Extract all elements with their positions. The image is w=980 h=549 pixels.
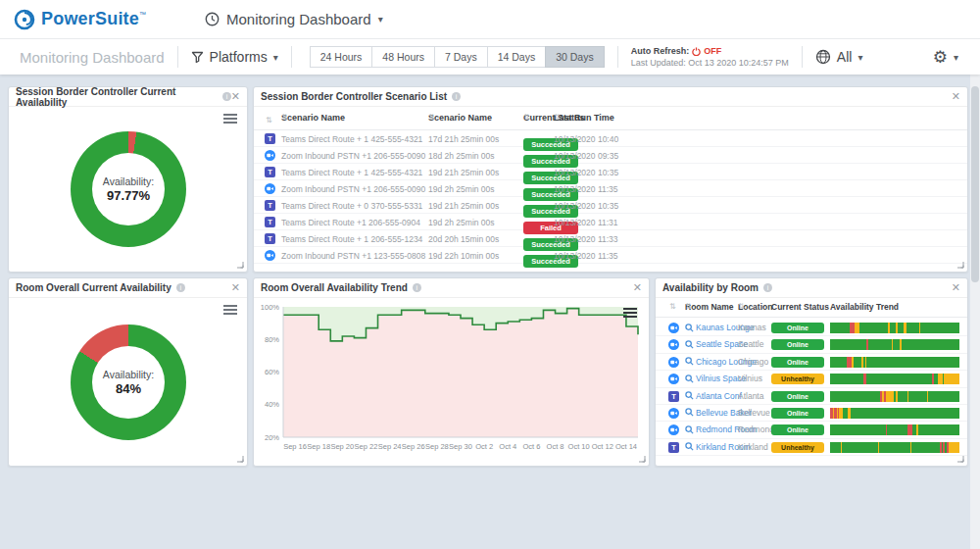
room-location: Vilnius xyxy=(738,374,762,383)
close-icon[interactable]: ✕ xyxy=(231,91,240,102)
search-icon xyxy=(685,442,694,451)
chart-menu-icon[interactable] xyxy=(223,305,237,317)
scenario-table-body: TTeams Direct Route + 1 425-555-432117d … xyxy=(254,130,967,264)
room-row[interactable]: Redmond RoomRedmondOnline xyxy=(656,422,967,438)
search-icon xyxy=(685,391,694,400)
scenario-row[interactable]: TTeams Direct Route + 1 206-555-123420d … xyxy=(254,230,967,247)
room-row[interactable]: TAtlanta ConfAtlantaOnline xyxy=(656,388,967,405)
info-icon[interactable]: i xyxy=(452,92,461,101)
scenario-row[interactable]: Zoom Inbound PSTN +1 206-555-009019d 2h … xyxy=(254,180,967,197)
scenario-row[interactable]: TTeams Direct Route + 1 425-555-432117d … xyxy=(254,130,967,147)
availability-trend-bar xyxy=(830,424,959,435)
close-icon[interactable]: ✕ xyxy=(952,91,960,102)
divider xyxy=(617,46,618,68)
resize-handle-icon[interactable] xyxy=(236,455,244,463)
panel-header[interactable]: Session Border Controller Current Availa… xyxy=(9,87,247,107)
panel-header[interactable]: Room Overall Current Availability i ✕ xyxy=(9,278,247,298)
panel-header[interactable]: Availability by Room i ✕ xyxy=(656,278,967,298)
range-button-14-days[interactable]: 14 Days xyxy=(487,46,547,68)
panel-header[interactable]: Session Border Controller Scenario List … xyxy=(254,87,967,107)
zoom-icon xyxy=(668,374,679,384)
range-button-48-hours[interactable]: 48 Hours xyxy=(371,46,435,68)
page-scrollbar[interactable] xyxy=(970,0,980,549)
room-row[interactable]: TKirkland RoomKirklandUnhealthy xyxy=(656,439,967,456)
availability-trend-bar xyxy=(830,391,959,402)
panel-header[interactable]: Room Overall Availability Trend i ✕ xyxy=(254,278,649,298)
svg-text:Oct 8: Oct 8 xyxy=(547,442,564,451)
close-icon[interactable]: ✕ xyxy=(231,282,240,293)
resize-handle-icon[interactable] xyxy=(236,261,244,269)
panel-title: Room Overall Availability Trend xyxy=(261,282,408,293)
room-location: Kaunas xyxy=(738,323,766,332)
power-icon[interactable] xyxy=(692,47,701,56)
scenario-runtime: 19d 21h 25min 00s xyxy=(428,168,499,177)
room-row[interactable]: Chicago LoungeChicagoOnline xyxy=(656,354,967,371)
availability-trend-bar xyxy=(830,374,959,384)
sort-icon[interactable]: ⇅ xyxy=(266,116,272,125)
range-button-24-hours[interactable]: 24 Hours xyxy=(310,46,373,68)
scenario-row[interactable]: Zoom Inbound PSTN +1 206-555-009018d 2h … xyxy=(254,147,967,164)
room-row[interactable]: Seattle SpaceSeattleOnline xyxy=(656,336,967,353)
nav-title-label: Monitoring Dashboard xyxy=(226,11,371,27)
donut-center: Availability: 84% xyxy=(92,346,165,419)
scenario-runtime: 19d 2h 25min 00s xyxy=(428,218,495,227)
donut-center-value: 84% xyxy=(116,381,141,396)
close-icon[interactable]: ✕ xyxy=(633,282,642,293)
resize-handle-icon[interactable] xyxy=(638,455,646,463)
filter-icon xyxy=(191,51,204,64)
room-row[interactable]: Kaunas LoungeKaunasOnline xyxy=(656,320,967,336)
powersuite-logo[interactable]: PowerSuite ™ xyxy=(14,9,146,30)
auto-refresh-state[interactable]: OFF xyxy=(704,45,721,57)
scenario-row[interactable]: Zoom Inbound PSTN +1 123-555-080819d 22h… xyxy=(254,247,967,264)
info-icon[interactable]: i xyxy=(413,283,421,292)
info-icon[interactable]: i xyxy=(222,92,231,101)
gear-icon: ⚙ xyxy=(933,47,948,68)
room-name-link[interactable]: Vilnius Space xyxy=(685,374,746,383)
scenario-name: Teams Direct Route + 0 370-555-5331 xyxy=(281,201,422,211)
dashboard-selector[interactable]: Monitoring Dashboard ▾ xyxy=(205,11,383,27)
info-icon[interactable]: i xyxy=(763,283,772,292)
zoom-icon xyxy=(265,150,275,161)
platforms-label: Platforms xyxy=(210,49,268,65)
search-icon xyxy=(685,324,694,332)
sort-icon[interactable]: ⇅ xyxy=(669,302,676,311)
scrollbar-thumb[interactable] xyxy=(971,86,979,282)
svg-text:60%: 60% xyxy=(265,368,279,376)
settings-dropdown[interactable]: ⚙ ▾ xyxy=(933,47,958,68)
availability-trend-bar xyxy=(830,408,959,419)
room-row[interactable]: Bellevue BakerBellevueOnline xyxy=(656,405,967,422)
donut-center: Availability: 97.77% xyxy=(92,153,165,225)
range-button-7-days[interactable]: 7 Days xyxy=(434,46,488,68)
scenario-row[interactable]: TTeams Direct Route + 0 370-555-533119d … xyxy=(254,197,967,214)
auto-refresh-label: Auto Refresh: xyxy=(631,45,690,57)
chart-menu-icon[interactable] xyxy=(223,114,237,125)
svg-text:T: T xyxy=(268,134,272,143)
scenario-name: Zoom Inbound PSTN +1 206-555-0090 xyxy=(281,184,425,194)
caret-down-icon: ▾ xyxy=(858,52,862,63)
room-name-link[interactable]: Atlanta Conf xyxy=(685,391,742,401)
time-range-group: 24 Hours 48 Hours 7 Days 14 Days 30 Days xyxy=(311,46,605,68)
panel-room-availability-trend: Room Overall Availability Trend i ✕ 100%… xyxy=(253,277,650,467)
search-icon xyxy=(685,340,694,349)
teams-icon: T xyxy=(265,167,275,177)
panel-sbc-scenario-list: Session Border Controller Scenario List … xyxy=(253,86,968,273)
svg-text:20%: 20% xyxy=(265,433,279,442)
zoom-icon xyxy=(265,183,275,194)
scope-dropdown[interactable]: All ▾ xyxy=(815,49,863,65)
resize-handle-icon[interactable] xyxy=(956,455,964,463)
caret-down-icon: ▾ xyxy=(378,14,383,25)
donut-center-label: Availability: xyxy=(103,175,154,187)
column-availability-trend: Availability Trend xyxy=(830,302,959,312)
resize-handle-icon[interactable] xyxy=(956,261,964,269)
info-icon[interactable]: i xyxy=(176,283,185,292)
close-icon[interactable]: ✕ xyxy=(952,282,960,293)
platforms-dropdown[interactable]: Platforms ▾ xyxy=(191,49,278,65)
breadcrumb: Monitoring Dashboard xyxy=(20,49,165,66)
status-badge: Online xyxy=(771,339,824,350)
scenario-name: Teams Direct Route + 1 206-555-1234 xyxy=(281,234,422,244)
scenario-row[interactable]: TTeams Direct Route +1 206-555-090419d 2… xyxy=(254,214,967,230)
chart-menu-icon[interactable] xyxy=(623,308,637,320)
room-row[interactable]: Vilnius SpaceVilniusUnhealthy xyxy=(656,371,967,387)
scenario-row[interactable]: TTeams Direct Route + 1 425-555-432119d … xyxy=(254,164,967,180)
range-button-30-days[interactable]: 30 Days xyxy=(545,46,605,68)
